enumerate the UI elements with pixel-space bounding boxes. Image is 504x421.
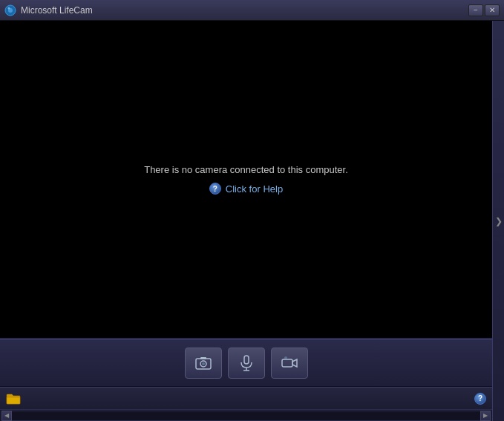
right-sidebar-toggle[interactable]: ❯ (492, 21, 504, 421)
toolbar-area (0, 339, 492, 387)
camera-icon (194, 354, 212, 372)
svg-rect-5 (200, 357, 206, 359)
app-icon (4, 4, 16, 16)
video-icon (281, 354, 298, 372)
help-circle-icon: ? (209, 183, 221, 195)
help-link[interactable]: ? Click for Help (209, 183, 283, 195)
scroll-left-button[interactable]: ◀ (1, 411, 12, 421)
scrollbar-area: ◀ ▶ (0, 409, 492, 421)
scroll-right-button[interactable]: ▶ (480, 411, 491, 421)
titlebar: Microsoft LifeCam − ✕ (0, 0, 504, 21)
scroll-track[interactable] (12, 411, 480, 421)
folder-icon[interactable] (6, 393, 21, 405)
microphone-button[interactable] (228, 347, 265, 379)
svg-rect-10 (282, 359, 292, 367)
svg-point-12 (284, 356, 287, 359)
status-help-button[interactable]: ? (474, 393, 486, 405)
titlebar-buttons: − ✕ (468, 4, 500, 16)
video-button[interactable] (271, 347, 308, 379)
main-layout: There is no camera connected to this com… (0, 21, 504, 421)
microphone-icon (238, 354, 255, 372)
titlebar-title: Microsoft LifeCam (21, 5, 93, 16)
svg-point-6 (202, 362, 205, 365)
minimize-button[interactable]: − (468, 4, 483, 16)
no-camera-text: There is no camera connected to this com… (144, 164, 348, 175)
titlebar-left: Microsoft LifeCam (4, 4, 93, 16)
close-button[interactable]: ✕ (485, 4, 500, 16)
content-area: There is no camera connected to this com… (0, 21, 492, 421)
status-bar: ? (0, 387, 492, 409)
camera-viewport: There is no camera connected to this com… (0, 21, 492, 339)
camera-button[interactable] (185, 347, 222, 379)
help-link-text: Click for Help (226, 183, 283, 195)
svg-marker-11 (292, 359, 297, 367)
folder-svg-icon (6, 393, 21, 405)
svg-rect-7 (244, 356, 249, 364)
svg-point-2 (8, 7, 10, 9)
